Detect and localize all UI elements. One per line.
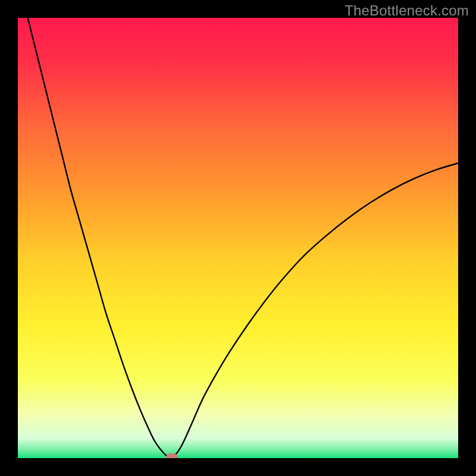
optimal-point-marker bbox=[166, 453, 178, 458]
watermark-text: TheBottleneck.com bbox=[345, 2, 469, 19]
chart-frame: TheBottleneck.com bbox=[0, 0, 476, 476]
plot-area bbox=[18, 18, 458, 458]
bottleneck-curve bbox=[18, 18, 458, 458]
